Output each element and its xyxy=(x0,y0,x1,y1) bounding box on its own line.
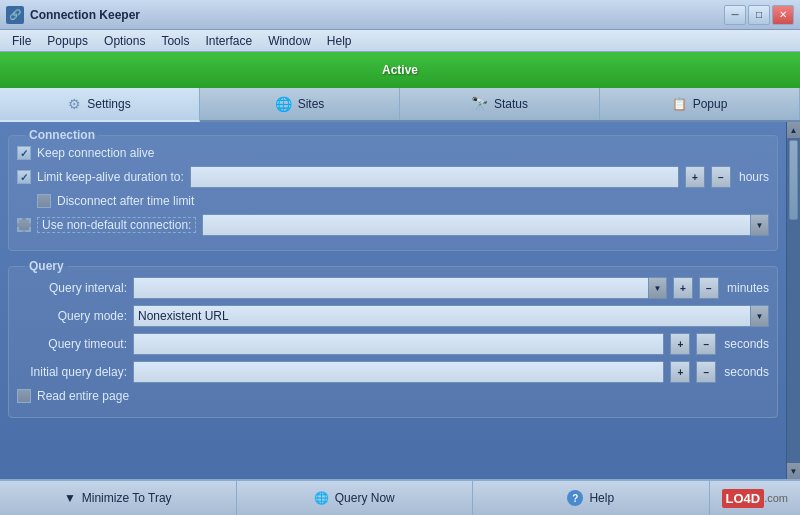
limit-duration-checkbox[interactable] xyxy=(17,170,31,184)
query-timeout-unit: seconds xyxy=(724,337,769,351)
query-interval-input[interactable]: 2 xyxy=(133,277,649,299)
query-mode-label: Query mode: xyxy=(17,309,127,323)
watermark-suffix: .com xyxy=(764,492,788,504)
query-legend: Query xyxy=(25,259,68,273)
limit-duration-minus[interactable]: − xyxy=(711,166,731,188)
popup-icon: 📋 xyxy=(672,97,687,111)
read-entire-page-row: Read entire page xyxy=(17,389,769,403)
disconnect-label: Disconnect after time limit xyxy=(57,194,194,208)
tab-popup[interactable]: 📋 Popup xyxy=(600,88,800,120)
query-interval-plus[interactable]: + xyxy=(673,277,693,299)
query-timeout-input[interactable]: 15 xyxy=(133,333,664,355)
initial-delay-plus[interactable]: + xyxy=(670,361,690,383)
query-interval-unit: minutes xyxy=(727,281,769,295)
query-mode-arrow[interactable]: ▼ xyxy=(751,305,769,327)
initial-delay-input[interactable]: 10 xyxy=(133,361,664,383)
query-mode-value: Nonexistent URL xyxy=(138,309,229,323)
maximize-button[interactable]: □ xyxy=(748,5,770,25)
scrollbar-thumb[interactable] xyxy=(789,140,798,220)
non-default-dropdown-arrow[interactable]: ▼ xyxy=(751,214,769,236)
help-label: Help xyxy=(589,491,614,505)
initial-delay-minus[interactable]: − xyxy=(696,361,716,383)
query-timeout-row: Query timeout: 15 + − seconds xyxy=(17,333,769,355)
watermark: LO4D.com xyxy=(710,481,801,515)
status-icon: 🔭 xyxy=(471,96,488,112)
menu-tools[interactable]: Tools xyxy=(153,32,197,50)
tab-settings[interactable]: ⚙ Settings xyxy=(0,88,200,122)
menu-options[interactable]: Options xyxy=(96,32,153,50)
menu-bar: File Popups Options Tools Interface Wind… xyxy=(0,30,800,52)
keep-alive-row: Keep connection alive xyxy=(17,146,769,160)
query-now-label: Query Now xyxy=(335,491,395,505)
non-default-label: Use non-default connection: xyxy=(37,217,196,233)
active-label: Active xyxy=(382,63,418,77)
query-now-icon: 🌐 xyxy=(314,491,329,505)
main-content: Connection Keep connection alive Limit k… xyxy=(0,122,800,479)
limit-duration-row: Limit keep-alive duration to: 1 + − hour… xyxy=(17,166,769,188)
initial-delay-label: Initial query delay: xyxy=(17,365,127,379)
query-timeout-minus[interactable]: − xyxy=(696,333,716,355)
sites-icon: 🌐 xyxy=(275,96,292,112)
minimize-tray-label: Minimize To Tray xyxy=(82,491,172,505)
scroll-up-button[interactable]: ▲ xyxy=(787,122,800,138)
scroll-down-button[interactable]: ▼ xyxy=(787,463,800,479)
watermark-text: LO4D xyxy=(722,489,765,508)
menu-file[interactable]: File xyxy=(4,32,39,50)
keep-alive-label: Keep connection alive xyxy=(37,146,154,160)
menu-help[interactable]: Help xyxy=(319,32,360,50)
non-default-dropdown[interactable] xyxy=(202,214,751,236)
connection-section: Connection Keep connection alive Limit k… xyxy=(8,128,778,251)
read-entire-page-checkbox[interactable] xyxy=(17,389,31,403)
tabs-container: ⚙ Settings 🌐 Sites 🔭 Status 📋 Popup xyxy=(0,88,800,122)
non-default-row: Use non-default connection: ▼ xyxy=(17,214,769,236)
active-banner: Active xyxy=(0,52,800,88)
scrollbar[interactable]: ▲ ▼ xyxy=(786,122,800,479)
minimize-tray-icon: ▼ xyxy=(64,491,76,505)
title-bar: 🔗 Connection Keeper ─ □ ✕ xyxy=(0,0,800,30)
tab-status-label: Status xyxy=(494,97,528,111)
tab-status[interactable]: 🔭 Status xyxy=(400,88,600,120)
settings-icon: ⚙ xyxy=(68,96,81,112)
initial-delay-row: Initial query delay: 10 + − seconds xyxy=(17,361,769,383)
tab-sites-label: Sites xyxy=(298,97,325,111)
query-timeout-plus[interactable]: + xyxy=(670,333,690,355)
bottom-bar: ▼ Minimize To Tray 🌐 Query Now ? Help LO… xyxy=(0,479,800,515)
initial-delay-unit: seconds xyxy=(724,365,769,379)
minimize-tray-button[interactable]: ▼ Minimize To Tray xyxy=(0,481,237,515)
limit-duration-label: Limit keep-alive duration to: xyxy=(37,170,184,184)
query-now-button[interactable]: 🌐 Query Now xyxy=(237,481,474,515)
query-mode-dropdown[interactable]: Nonexistent URL xyxy=(133,305,751,327)
help-button[interactable]: ? Help xyxy=(473,481,710,515)
menu-popups[interactable]: Popups xyxy=(39,32,96,50)
close-button[interactable]: ✕ xyxy=(772,5,794,25)
query-interval-minus[interactable]: − xyxy=(699,277,719,299)
query-timeout-label: Query timeout: xyxy=(17,337,127,351)
window-controls: ─ □ ✕ xyxy=(724,5,794,25)
query-interval-label: Query interval: xyxy=(17,281,127,295)
disconnect-row: Disconnect after time limit xyxy=(37,194,769,208)
tab-popup-label: Popup xyxy=(693,97,728,111)
scroll-area: Connection Keep connection alive Limit k… xyxy=(0,122,786,479)
limit-duration-input[interactable]: 1 xyxy=(190,166,679,188)
query-interval-arrow[interactable]: ▼ xyxy=(649,277,667,299)
app-icon: 🔗 xyxy=(6,6,24,24)
query-interval-row: Query interval: 2 ▼ + − minutes xyxy=(17,277,769,299)
tab-sites[interactable]: 🌐 Sites xyxy=(200,88,400,120)
tab-settings-label: Settings xyxy=(87,97,130,111)
disconnect-checkbox[interactable] xyxy=(37,194,51,208)
read-entire-page-label: Read entire page xyxy=(37,389,129,403)
limit-duration-plus[interactable]: + xyxy=(685,166,705,188)
app-title: Connection Keeper xyxy=(30,8,724,22)
query-section: Query Query interval: 2 ▼ + − minutes Qu… xyxy=(8,259,778,418)
limit-duration-unit: hours xyxy=(739,170,769,184)
keep-alive-checkbox[interactable] xyxy=(17,146,31,160)
connection-legend: Connection xyxy=(25,128,99,142)
menu-window[interactable]: Window xyxy=(260,32,319,50)
non-default-checkbox[interactable] xyxy=(17,218,31,232)
help-icon: ? xyxy=(567,490,583,506)
menu-interface[interactable]: Interface xyxy=(197,32,260,50)
minimize-button[interactable]: ─ xyxy=(724,5,746,25)
query-mode-row: Query mode: Nonexistent URL ▼ xyxy=(17,305,769,327)
